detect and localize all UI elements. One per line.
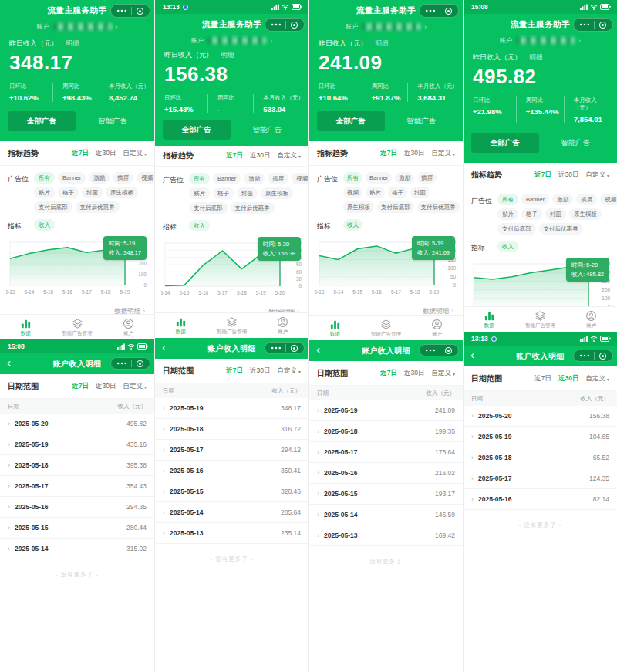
adpos-chip[interactable]: 原生模板 (106, 187, 138, 198)
income-row[interactable]: ›2025-05-19104.65 (464, 427, 617, 447)
income-row[interactable]: ›2025-05-13169.42 (309, 525, 463, 546)
adpos-chip[interactable]: 插屏 (268, 173, 288, 184)
range-7d-tab[interactable]: 近7日 (226, 151, 243, 160)
income-row[interactable]: ›2025-05-14315.02 (0, 539, 154, 559)
adpos-chip[interactable]: 格子 (388, 187, 407, 198)
adpos-chip[interactable]: 激励 (89, 172, 110, 184)
income-row[interactable]: ›2025-05-14285.64 (155, 502, 308, 523)
tab-account[interactable]: 账户 (258, 313, 308, 338)
adpos-chip[interactable]: Banner (521, 194, 549, 205)
account-selector[interactable]: 账户 › (155, 36, 308, 45)
range-7d-tab[interactable]: 近7日 (380, 369, 397, 378)
income-row[interactable]: ›2025-05-20156.38 (464, 406, 617, 427)
adpos-chip[interactable]: Banner (58, 172, 86, 184)
adpos-chip[interactable]: 贴片 (189, 187, 210, 199)
adpos-chip[interactable]: 插屏 (417, 172, 437, 184)
income-row[interactable]: ›2025-05-16350.41 (155, 461, 308, 481)
adpos-chip[interactable]: 所有 (343, 172, 362, 184)
income-row[interactable]: ›2025-05-17175.64 (309, 442, 463, 463)
all-ads-button[interactable]: 全部广告 (163, 120, 231, 140)
smart-ads-button[interactable]: 智能广告 (542, 133, 610, 153)
adpos-chip[interactable]: 激励 (395, 172, 414, 184)
income-row[interactable]: ›2025-05-1682.14 (464, 489, 617, 510)
adpos-chip[interactable]: 视频 (600, 194, 617, 205)
adpos-chip[interactable]: 支付后优惠券 (417, 201, 460, 213)
tab-account[interactable]: 账户 (103, 315, 154, 339)
range-custom-tab[interactable]: 自定义▾ (431, 149, 455, 158)
income-row[interactable]: ›2025-05-17354.43 (0, 476, 154, 497)
account-selector[interactable]: 账户 › (464, 36, 617, 45)
income-detail-link[interactable]: 明细 (530, 53, 543, 61)
tab-smart-ads[interactable]: 智能广告管理 (52, 315, 103, 339)
income-row[interactable]: ›2025-05-19435.16 (0, 434, 154, 455)
adpos-chip[interactable]: 支付后优惠券 (231, 202, 275, 214)
range-custom-tab[interactable]: 自定义▾ (277, 151, 301, 160)
adpos-chip[interactable]: 视频 (292, 173, 308, 184)
smart-ads-button[interactable]: 智能广告 (388, 111, 456, 131)
account-selector[interactable]: 账户 › (0, 22, 154, 31)
range-7d-tab[interactable]: 近7日 (72, 149, 89, 158)
adpos-chip[interactable]: 视频 (137, 172, 154, 184)
all-ads-button[interactable]: 全部广告 (8, 111, 76, 131)
range-7d-tab[interactable]: 近7日 (534, 171, 551, 180)
tab-data[interactable]: 数据 (464, 307, 514, 332)
adpos-chip[interactable]: 支付后底部 (34, 201, 72, 213)
income-row[interactable]: ›2025-05-15193.17 (309, 484, 463, 505)
adpos-chip[interactable]: 支付后底部 (377, 201, 414, 213)
wechat-capsule[interactable] (419, 344, 459, 356)
wechat-capsule[interactable] (110, 357, 150, 370)
income-row[interactable]: ›2025-05-14146.59 (309, 505, 463, 525)
adpos-chip[interactable]: Banner (366, 172, 392, 184)
tab-account[interactable]: 账户 (566, 307, 617, 332)
smart-ads-button[interactable]: 智能广告 (234, 120, 302, 140)
range-30d-tab[interactable]: 近30日 (250, 366, 270, 376)
wechat-capsule[interactable] (265, 342, 305, 354)
income-row[interactable]: ›2025-05-18316.72 (155, 419, 308, 440)
tab-data[interactable]: 数据 (0, 315, 52, 339)
range-30d-tab[interactable]: 近30日 (558, 171, 578, 180)
adpos-chip[interactable]: 封面 (82, 187, 103, 198)
range-7d-tab[interactable]: 近7日 (226, 366, 243, 376)
adpos-chip[interactable]: 激励 (552, 194, 573, 205)
range-custom-tab[interactable]: 自定义▾ (585, 374, 609, 383)
adpos-chip[interactable]: 插屏 (576, 194, 597, 205)
income-row[interactable]: ›2025-05-15328.46 (155, 481, 308, 502)
range-custom-tab[interactable]: 自定义▾ (123, 149, 147, 158)
all-ads-button[interactable]: 全部广告 (471, 133, 539, 153)
range-7d-tab[interactable]: 近7日 (72, 382, 89, 391)
income-detail-link[interactable]: 明细 (221, 51, 234, 59)
adpos-chip[interactable]: 格子 (213, 187, 234, 199)
wechat-capsule[interactable] (573, 18, 613, 32)
all-ads-button[interactable]: 全部广告 (317, 111, 385, 131)
tab-account[interactable]: 账户 (412, 316, 463, 340)
back-icon[interactable]: ‹ (7, 356, 11, 368)
metric-chip-income[interactable]: 收入 (343, 219, 362, 231)
adpos-chip[interactable]: 支付后优惠券 (539, 223, 583, 235)
income-row[interactable]: ›2025-05-19348.17 (155, 398, 308, 419)
tab-data[interactable]: 数据 (155, 313, 206, 338)
income-row[interactable]: ›2025-05-20495.82 (0, 414, 154, 434)
tab-smart-ads[interactable]: 智能广告管理 (360, 316, 411, 340)
account-selector[interactable]: 账户 › (309, 22, 463, 31)
smart-ads-button[interactable]: 智能广告 (79, 111, 147, 131)
adpos-chip[interactable]: 格子 (521, 208, 542, 220)
adpos-chip[interactable]: 贴片 (497, 208, 518, 220)
adpos-chip[interactable]: 贴片 (34, 187, 55, 198)
income-row[interactable]: ›2025-05-16294.35 (0, 497, 154, 518)
range-30d-tab[interactable]: 近30日 (558, 374, 578, 383)
adpos-chip[interactable]: Banner (213, 173, 241, 184)
tab-smart-ads[interactable]: 智能广告管理 (206, 313, 257, 338)
wechat-capsule[interactable] (419, 4, 459, 18)
income-row[interactable]: ›2025-05-18395.38 (0, 455, 154, 476)
back-icon[interactable]: ‹ (162, 341, 166, 353)
range-7d-tab[interactable]: 近7日 (534, 374, 551, 383)
adpos-chip[interactable]: 所有 (497, 194, 518, 205)
adpos-chip[interactable]: 封面 (410, 187, 430, 198)
wechat-capsule[interactable] (110, 4, 150, 18)
adpos-chip[interactable]: 原生模板 (569, 208, 602, 220)
income-row[interactable]: ›2025-05-18199.35 (309, 421, 463, 442)
range-custom-tab[interactable]: 自定义▾ (123, 382, 147, 391)
adpos-chip[interactable]: 视频 (343, 187, 362, 198)
adpos-chip[interactable]: 所有 (34, 172, 55, 184)
income-row[interactable]: ›2025-05-17124.35 (464, 468, 617, 489)
